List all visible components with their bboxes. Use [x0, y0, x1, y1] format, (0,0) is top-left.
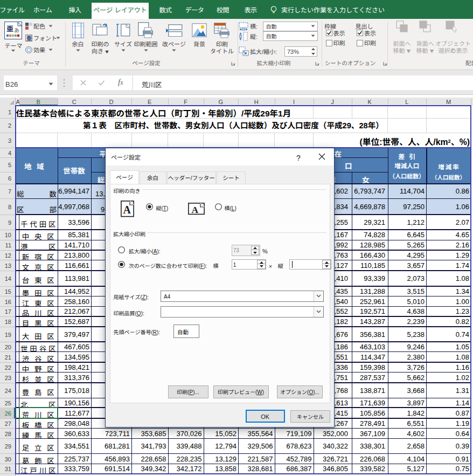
svg-text:亜: 亜 — [26, 35, 32, 42]
svg-text:A: A — [123, 204, 131, 216]
svg-text:亜: 亜 — [6, 23, 13, 33]
svg-text:あ: あ — [14, 26, 19, 34]
svg-text:A: A — [192, 204, 199, 215]
